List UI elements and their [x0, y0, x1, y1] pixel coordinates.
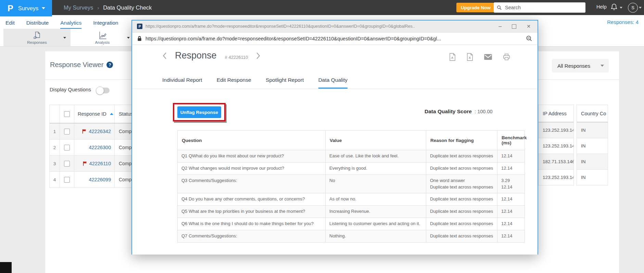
- row-checkbox-cell: [60, 124, 74, 139]
- tab-data-quality[interactable]: Data Quality: [318, 77, 348, 89]
- responses-document-icon: [32, 30, 42, 40]
- row-checkbox[interactable]: [64, 129, 70, 134]
- response-editor-tabs: Individual Report Edit Response Spotligh…: [132, 77, 538, 89]
- analysis-chart-icon: [98, 30, 107, 40]
- response-id-cell[interactable]: 42226099: [74, 172, 115, 187]
- email-icon[interactable]: [484, 54, 492, 60]
- bell-caret-icon[interactable]: [620, 7, 622, 9]
- tab-spotlight-report[interactable]: Spotlight Report: [266, 77, 304, 88]
- select-all-cell: [60, 105, 74, 123]
- breadcrumb-separator-icon: ›: [97, 5, 99, 11]
- notifications-bell-icon[interactable]: [610, 3, 618, 12]
- response-id-cell[interactable]: 42226300: [74, 140, 115, 155]
- red-highlight-annotation: Unflag Response: [173, 103, 226, 121]
- response-title: Response: [175, 50, 217, 61]
- country-code-cell: IN: [577, 138, 608, 154]
- responses-table-right-columns: IP Address Country Co 123.252.193.148IN1…: [538, 105, 608, 185]
- tab-integration[interactable]: Integration: [93, 20, 118, 29]
- sort-asc-icon: [110, 113, 113, 115]
- row-checkbox[interactable]: [64, 177, 70, 183]
- display-questions-toggle[interactable]: [97, 88, 110, 93]
- export-pdf-icon[interactable]: A: [449, 53, 456, 61]
- response-editor-window: P https://questionpro.com/a/frame.do?mod…: [131, 20, 538, 255]
- country-code-header[interactable]: Country Co: [577, 105, 608, 122]
- filter-caret-icon: [601, 65, 604, 67]
- help-link[interactable]: Help: [596, 4, 607, 10]
- address-url: https://questionpro.com/a/frame.do?mode=…: [146, 36, 522, 41]
- ip-address-cell: 123.252.193.148: [538, 170, 574, 185]
- dq-value-cell: As of now no.: [326, 193, 426, 206]
- toolbar-item-responses[interactable]: Responses: [3, 29, 71, 46]
- response-editor-body: Response # 42226110 A X: [132, 45, 538, 255]
- dq-question-cell: Q2 What changes would most improve our p…: [178, 162, 326, 174]
- response-id-cell[interactable]: 42226110: [74, 156, 115, 171]
- response-id-link[interactable]: 42226342: [89, 129, 111, 134]
- dq-reason-cell: Duplicate text across responses: [426, 193, 497, 206]
- dq-table-row: Q5 What are the top priorities in your b…: [178, 206, 525, 218]
- top-bar: My Surveys › Data Quality Check Upgrade …: [0, 0, 644, 15]
- print-icon[interactable]: [503, 53, 510, 61]
- row-checkbox-cell: [60, 156, 74, 171]
- response-id-link[interactable]: 42226099: [89, 177, 111, 182]
- tab-analytics[interactable]: Analytics: [60, 20, 81, 29]
- export-excel-icon[interactable]: X: [467, 53, 473, 61]
- upgrade-now-button[interactable]: Upgrade Now: [456, 3, 495, 12]
- avatar-caret-icon[interactable]: [639, 7, 642, 9]
- tab-edit[interactable]: Edit: [5, 20, 15, 29]
- breadcrumb: My Surveys › Data Quality Check: [64, 0, 152, 15]
- flag-icon-wrap: [83, 161, 87, 166]
- toggle-knob: [96, 87, 104, 95]
- row-checkbox[interactable]: [64, 161, 70, 167]
- tab-distribute[interactable]: Distribute: [26, 20, 49, 29]
- search-input[interactable]: [504, 4, 582, 11]
- dq-reason-line: Duplicate text across responses: [430, 184, 493, 191]
- breadcrumb-my-surveys[interactable]: My Surveys: [64, 4, 93, 11]
- address-bar[interactable]: https://questionpro.com/a/frame.do?mode=…: [132, 32, 538, 45]
- flag-icon: [82, 129, 87, 134]
- unflag-response-button[interactable]: Unflag Response: [177, 106, 221, 118]
- row-checkbox[interactable]: [64, 145, 70, 151]
- app-screen: My Surveys › Data Quality Check Upgrade …: [0, 0, 644, 273]
- row-checkbox-cell: [60, 172, 74, 187]
- dq-benchmark-cell: 12.14: [497, 162, 525, 174]
- close-icon[interactable]: ✕: [527, 24, 531, 29]
- response-id-link[interactable]: 42226110: [89, 161, 111, 166]
- row-checkbox-cell: [60, 140, 74, 155]
- dq-question-cell: Q1 QWhat do you like most about our new …: [178, 150, 326, 162]
- dq-reason-line: Duplicate text across responses: [430, 165, 493, 172]
- responses-filter-dropdown[interactable]: All Responses: [552, 59, 609, 73]
- global-search[interactable]: [494, 2, 585, 13]
- dq-question-cell: Q4 Do you have any other comments, quest…: [178, 193, 326, 206]
- search-icon: [497, 5, 502, 10]
- dq-benchmark-line: 3.29: [501, 178, 521, 184]
- response-id-cell[interactable]: 42226342: [74, 124, 115, 139]
- tab-edit-response[interactable]: Edit Response: [217, 77, 251, 88]
- score-value: : 100.00: [475, 109, 492, 114]
- window-title-bar[interactable]: P https://questionpro.com/a/frame.do?mod…: [132, 21, 538, 32]
- display-questions-label: Display Questions: [50, 87, 91, 92]
- zoom-out-icon[interactable]: [526, 35, 532, 42]
- response-id-link[interactable]: 42226300: [89, 145, 111, 150]
- response-id-header[interactable]: Response ID: [74, 105, 115, 123]
- tab-individual-report[interactable]: Individual Report: [162, 77, 202, 88]
- country-code-cell: IN: [577, 122, 608, 138]
- svg-text:A: A: [451, 56, 453, 60]
- lock-icon: [137, 36, 142, 41]
- dq-header-value: Value: [326, 131, 426, 150]
- toolbar-item-analysis[interactable]: Analysis: [71, 29, 134, 46]
- analysis-caret-icon[interactable]: [127, 37, 130, 39]
- avatar[interactable]: S: [628, 3, 638, 13]
- maximize-icon[interactable]: [512, 24, 516, 29]
- help-question-icon[interactable]: ?: [106, 62, 113, 68]
- dq-benchmark-line: 12.14: [501, 196, 521, 203]
- previous-response-chevron-icon[interactable]: [162, 52, 167, 60]
- ip-address-header[interactable]: IP Address: [538, 105, 574, 122]
- product-label: Surveys: [18, 5, 39, 12]
- product-switcher[interactable]: P Surveys: [0, 0, 52, 16]
- next-response-chevron-icon[interactable]: [256, 52, 261, 60]
- minimize-icon[interactable]: –: [498, 25, 502, 28]
- dq-question-cell: Q3 Comments/Suggestions:: [178, 174, 326, 193]
- dq-reason-cell: Duplicate text across responses: [426, 150, 497, 162]
- responses-caret-icon[interactable]: [63, 37, 66, 39]
- select-all-checkbox[interactable]: [64, 111, 70, 117]
